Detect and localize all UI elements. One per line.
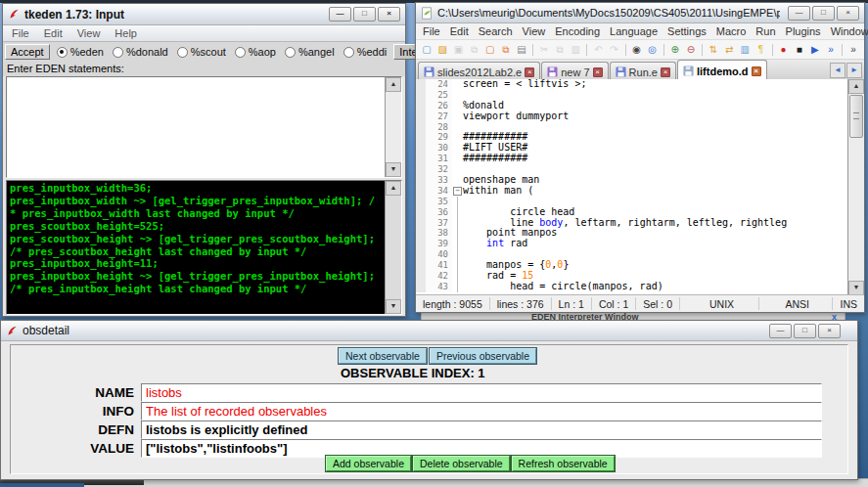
npp-menu-encoding[interactable]: Encoding (555, 25, 600, 37)
new-file-icon[interactable]: ▢ (420, 42, 434, 57)
view-document-map-icon[interactable]: ▥ (738, 42, 752, 57)
code-lines[interactable]: 24screen = < liftvis >;2526%donald27view… (416, 79, 847, 295)
scrollbar-track[interactable] (848, 139, 864, 281)
tab-run-e[interactable]: Run.e× (610, 62, 676, 81)
tab-new-7[interactable]: new 7× (541, 62, 608, 81)
tkeden-menu-edit[interactable]: Edit (44, 27, 63, 39)
zoom-in-icon[interactable]: ⊕ (668, 42, 682, 57)
record-macro-icon[interactable]: ● (776, 42, 790, 57)
radio-button-icon[interactable] (285, 47, 296, 58)
npp-menu-view[interactable]: View (523, 25, 546, 37)
tab-scroll-left-icon[interactable]: ◄ (830, 63, 845, 78)
toolbar-overflow-icon[interactable]: » (846, 42, 860, 57)
notation-radio-aop[interactable]: %aop (235, 46, 276, 58)
print-icon[interactable]: ▤ (515, 42, 528, 57)
tkeden-menu-file[interactable]: File (12, 27, 29, 39)
tab-scroll-right-icon[interactable]: ► (846, 63, 862, 78)
radio-button-icon[interactable] (235, 47, 246, 58)
npp-menu-file[interactable]: File (423, 25, 440, 37)
npp-menu-run[interactable]: Run (755, 25, 775, 37)
close-all-icon[interactable]: ⧉ (499, 42, 513, 57)
field-value-name[interactable]: listobs (141, 383, 822, 402)
field-value-defn[interactable]: listobs is explicitly defined (141, 421, 822, 439)
tab-close-icon[interactable]: × (593, 67, 603, 77)
npp-menu-macro[interactable]: Macro (716, 25, 747, 37)
close-icon[interactable]: × (818, 324, 841, 338)
radio-button-icon[interactable] (177, 47, 188, 58)
previous-observable-button[interactable]: Previous observable (430, 348, 536, 364)
radio-button-icon[interactable] (57, 47, 68, 58)
code-line[interactable]: 43 head = circle(manpos, rad) (416, 282, 847, 292)
minimize-icon[interactable]: — (329, 7, 351, 22)
show-all-characters-icon[interactable]: ¶ (754, 42, 767, 57)
code-line[interactable]: 31########### (416, 154, 847, 164)
open-folder-icon[interactable]: ▨ (435, 42, 449, 57)
code-line[interactable]: 27viewport dummyport (416, 111, 847, 122)
tab-close-icon[interactable]: × (525, 67, 534, 77)
sync-scroll-vertical-icon[interactable]: ⇅ (707, 42, 720, 57)
scroll-down-icon[interactable]: ▼ (386, 162, 401, 177)
close-icon[interactable]: ▢ (483, 42, 497, 57)
tab-slides2012lab2-e[interactable]: slides2012Lab2.e× (418, 62, 540, 81)
refresh-observable-button[interactable]: Refresh observable (512, 456, 615, 471)
scrollbar-thumb[interactable] (849, 95, 863, 138)
fold-collapse-icon[interactable] (452, 186, 463, 197)
code-line[interactable]: 34within man ( (416, 186, 847, 197)
code-line[interactable]: 39 int rad (416, 239, 847, 249)
input-text-area[interactable] (7, 77, 385, 177)
code-line[interactable]: 24screen = < liftvis >; (416, 79, 847, 90)
npp-menu-settings[interactable]: Settings (667, 25, 707, 37)
notation-radio-eddi[interactable]: %eddi (343, 46, 388, 58)
scroll-up-icon[interactable]: ▲ (848, 79, 864, 94)
notepadpp-titlebar[interactable]: C:\Users\meurig\Documents\MyDocs150209\C… (416, 3, 864, 23)
play-macro-icon[interactable]: ▶ (808, 42, 822, 57)
field-value-info[interactable]: The list of recorded observables (141, 402, 822, 421)
maximize-icon[interactable]: □ (794, 324, 816, 338)
input-scrollbar[interactable]: ▲ ▼ (385, 77, 401, 177)
tkeden-menu-view[interactable]: View (77, 27, 101, 39)
scroll-down-icon[interactable]: ▼ (386, 299, 401, 314)
radio-button-icon[interactable] (113, 47, 123, 58)
notation-radio-donald[interactable]: %donald (113, 46, 168, 58)
npp-menu-plugins[interactable]: Plugins (786, 25, 821, 37)
console-scrollbar[interactable]: ▲ ▼ (385, 181, 401, 314)
obsdetail-titlebar[interactable]: obsdetail — □ × (1, 321, 857, 341)
code-editor[interactable]: 24screen = < liftvis >;2526%donald27view… (416, 79, 864, 295)
scrollbar-track[interactable] (386, 92, 401, 162)
maximize-icon[interactable]: □ (812, 6, 835, 21)
replace-icon[interactable]: ◎ (646, 42, 660, 57)
tab-close-icon[interactable]: × (752, 66, 761, 76)
npp-menu-window[interactable]: Window (831, 25, 868, 37)
tkeden-titlebar[interactable]: tkeden 1.73: Input — □ × (3, 4, 405, 25)
accept-button[interactable]: Accept (5, 44, 50, 60)
editor-scrollbar[interactable]: ▲ ▼ (847, 79, 864, 295)
notation-radio-eden[interactable]: %eden (57, 46, 104, 58)
scroll-up-icon[interactable]: ▲ (386, 181, 401, 196)
close-icon[interactable]: × (837, 6, 859, 21)
npp-menu-search[interactable]: Search (479, 25, 513, 37)
scroll-down-icon[interactable]: ▼ (848, 281, 864, 295)
scrollbar-track[interactable] (386, 196, 401, 299)
radio-button-icon[interactable] (343, 47, 354, 58)
eden-console[interactable]: pres_inputbox_width=36;pres_inputbox_wid… (6, 180, 402, 315)
sync-scroll-horizontal-icon[interactable]: ⇄ (722, 42, 736, 57)
add-observable-button[interactable]: Add observable (326, 456, 411, 471)
notation-radio-angel[interactable]: %angel (285, 46, 335, 58)
npp-menu-edit[interactable]: Edit (450, 25, 469, 37)
next-observable-button[interactable]: Next observable (339, 348, 427, 364)
run-macro-multiple-icon[interactable]: » (824, 42, 838, 57)
tab-close-icon[interactable]: × (661, 67, 670, 77)
delete-observable-button[interactable]: Delete observable (413, 456, 510, 471)
eden-input-textarea[interactable]: ▲ ▼ (6, 76, 402, 178)
npp-menu-language[interactable]: Language (610, 25, 658, 37)
stop-macro-icon[interactable]: ■ (793, 42, 806, 57)
scroll-up-icon[interactable]: ▲ (386, 77, 401, 92)
notation-radio-scout[interactable]: %scout (177, 46, 226, 58)
zoom-out-icon[interactable]: ⊖ (684, 42, 698, 57)
minimize-icon[interactable]: — (769, 324, 792, 338)
tab-liftdemo-d[interactable]: liftdemo.d× (677, 60, 767, 81)
close-icon[interactable]: × (378, 7, 400, 22)
tkeden-menu-help[interactable]: Help (114, 27, 137, 39)
minimize-icon[interactable]: — (788, 6, 810, 21)
find-icon[interactable]: ◉ (630, 42, 644, 57)
